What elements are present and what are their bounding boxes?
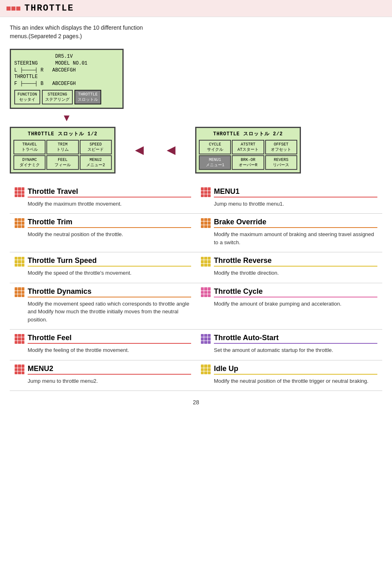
section-desc-menu2: Jump menu to throttle menu2. [15, 377, 191, 385]
section-desc-travel: Modify the maximum throttle movement. [15, 200, 191, 208]
section-throttle-dynamics: Throttle Dynamics Modify the movement sp… [10, 283, 196, 330]
menu-item-travel[interactable]: TRAVELトラベル [13, 140, 46, 154]
sections-container: Throttle Travel Modify the maximum throt… [10, 183, 382, 391]
section-icon-speed [15, 257, 24, 267]
section-title-brake: Brake Override [214, 218, 377, 228]
lcd-row-2: STEERING MODEL NO.01 [14, 60, 119, 67]
section-icon-dynamics [15, 287, 24, 297]
arrow-down: ▼ [10, 112, 124, 124]
section-desc-brake: Modify the maximum amount of braking and… [201, 230, 377, 246]
section-icon-auto-start [201, 334, 211, 344]
section-icon-reverse [201, 257, 211, 267]
page-content: This an index which displays the 10 diff… [0, 17, 392, 420]
section-throttle-auto-start: Throttle Auto-Start Set the amount of au… [196, 330, 382, 360]
section-header-auto-start: Throttle Auto-Start [201, 334, 377, 344]
intro-line1: This an index which displays the 10 diff… [10, 24, 143, 31]
section-icon-brake [201, 218, 211, 228]
section-header-idle-up: Idle Up [201, 365, 377, 375]
icon-sq-2 [11, 7, 15, 11]
section-desc-reverse: Modify the throttle direction. [201, 269, 377, 277]
lcd-row-3: L ├────┤ R ABCDEFGH [14, 67, 119, 74]
section-throttle-cycle: Throttle Cycle Modify the amount of brak… [196, 283, 382, 330]
menu-item-menu2[interactable]: MENU2メニュー2 [80, 155, 112, 170]
section-header-cycle: Throttle Cycle [201, 287, 377, 297]
menu-item-menu1[interactable]: MENU1メニュー1 [199, 155, 231, 170]
lcd-row-1: DR5.1V [14, 53, 119, 60]
section-title-idle-up: Idle Up [214, 365, 377, 375]
section-throttle-turn-speed: Throttle Turn Speed Modify the speed of … [10, 252, 196, 283]
menu-item-offset[interactable]: OFFSETオフセット [265, 140, 297, 154]
throttle-screen-2: THROTTLE スロットル 2/2 CYCLEサイクル ATSTRTATスター… [195, 127, 301, 174]
section-title-feel: Throttle Feel [28, 334, 191, 344]
lcd-btn-function[interactable]: FUNCTIONセッタイ [14, 90, 40, 104]
menu-item-revers[interactable]: REVERSリバース [265, 155, 297, 170]
lcd-screen: DR5.1V STEERING MODEL NO.01 L ├────┤ R A… [10, 49, 124, 109]
menu-item-brk-or[interactable]: BRK-ORオーバーR [232, 155, 264, 170]
menu-item-feel[interactable]: FEELフィール [46, 155, 78, 170]
section-icon-travel [15, 187, 24, 197]
lcd-top-section: DR5.1V STEERING MODEL NO.01 L ├────┤ R A… [10, 49, 382, 127]
section-icon-feel [15, 334, 24, 344]
throttle-screens: THROTTLE スロットル 1/2 TRAVELトラベル TRIMトリム SP… [10, 127, 382, 174]
section-icon-trim [15, 218, 24, 228]
section-throttle-travel: Throttle Travel Modify the maximum throt… [10, 183, 196, 214]
intro-line2: menus.(Separeted 2 pages.) [10, 33, 82, 39]
section-icon-idle-up [201, 365, 211, 374]
throttle-menu-grid-1: TRAVELトラベル TRIMトリム SPEEDスピード DYNAMCダイナミク… [13, 140, 112, 170]
section-title-dynamics: Throttle Dynamics [28, 287, 191, 297]
throttle-menu-grid-2: CYCLEサイクル ATSTRTATスタート OFFSETオフセット MENU1… [199, 140, 297, 170]
section-desc-auto-start: Set the amount of automatic startup for … [201, 346, 377, 354]
section-header-menu2: MENU2 [15, 365, 191, 375]
section-throttle-trim: Throttle Trim Modify the neutral positio… [10, 214, 196, 252]
section-title-cycle: Throttle Cycle [214, 287, 377, 297]
section-header-feel: Throttle Feel [15, 334, 191, 344]
section-icon-menu1 [201, 187, 211, 197]
lcd-btn-throttle[interactable]: THROTTLEスロットル [74, 90, 101, 104]
lcd-btn-steering[interactable]: STEERINGステアリング [42, 90, 73, 104]
section-header-reverse: Throttle Reverse [201, 256, 377, 267]
throttle-screen-1: THROTTLE スロットル 1/2 TRAVELトラベル TRIMトリム SP… [10, 127, 115, 174]
section-title-travel: Throttle Travel [28, 187, 191, 197]
section-desc-idle-up: Modify the neutral position of the throt… [201, 377, 377, 385]
section-header-menu1: MENU1 [201, 187, 377, 197]
section-desc-speed: Modify the speed of the throttle's movem… [15, 269, 191, 277]
icon-sq-3 [16, 7, 20, 11]
section-header-trim: Throttle Trim [15, 218, 191, 228]
arrow-left: ◀ [132, 143, 147, 156]
section-throttle-feel: Throttle Feel Modify the feeling of the … [10, 330, 196, 360]
section-icon-menu2 [15, 365, 24, 374]
section-desc-menu1: Jump menu to throttle menu1. [201, 200, 377, 208]
section-title-speed: Throttle Turn Speed [28, 256, 191, 267]
menu-item-dynamic[interactable]: DYNAMCダイナミク [13, 155, 46, 170]
lcd-buttons: FUNCTIONセッタイ STEERINGステアリング THROTTLEスロット… [14, 90, 119, 104]
throttle-title-1: THROTTLE スロットル 1/2 [13, 130, 112, 137]
menu-item-atstrt[interactable]: ATSTRTATスタート [232, 140, 264, 154]
menu-item-cycle[interactable]: CYCLEサイクル [199, 140, 231, 154]
arrow-right: ◀ [163, 143, 179, 156]
throttle-lcd-1: THROTTLE スロットル 1/2 TRAVELトラベル TRIMトリム SP… [10, 127, 115, 174]
lcd-row-4: THROTTLE [14, 74, 119, 80]
section-title-menu1: MENU1 [214, 187, 377, 197]
section-title-trim: Throttle Trim [28, 218, 191, 228]
icon-sq-1 [7, 7, 11, 11]
throttle-lcd-2: THROTTLE スロットル 2/2 CYCLEサイクル ATSTRTATスター… [195, 127, 301, 174]
section-menu2: MENU2 Jump menu to throttle menu2. [10, 360, 196, 391]
section-title-auto-start: Throttle Auto-Start [214, 334, 377, 344]
section-idle-up: Idle Up Modify the neutral position of t… [196, 360, 382, 391]
section-desc-cycle: Modify the amount of brake pumping and a… [201, 300, 377, 308]
page-title: THROTTLE [24, 3, 74, 13]
menu-item-trim[interactable]: TRIMトリム [46, 140, 78, 154]
section-header-dynamics: Throttle Dynamics [15, 287, 191, 297]
section-header-speed: Throttle Turn Speed [15, 256, 191, 267]
lcd-row-5: F ├────┤ B ABCDEFGH [14, 80, 119, 87]
throttle-title-2: THROTTLE スロットル 2/2 [199, 130, 297, 137]
section-desc-feel: Modify the feeling of the throttle movem… [15, 346, 191, 354]
section-brake-override: Brake Override Modify the maximum amount… [196, 214, 382, 252]
section-desc-trim: Modify the neutral position of the throt… [15, 230, 191, 239]
section-throttle-reverse: Throttle Reverse Modify the throttle dir… [196, 252, 382, 283]
menu-item-speed[interactable]: SPEEDスピード [80, 140, 112, 154]
section-title-reverse: Throttle Reverse [214, 256, 377, 267]
header-icon [7, 7, 20, 11]
page-header: THROTTLE [0, 0, 392, 17]
section-menu1: MENU1 Jump menu to throttle menu1. [196, 183, 382, 214]
